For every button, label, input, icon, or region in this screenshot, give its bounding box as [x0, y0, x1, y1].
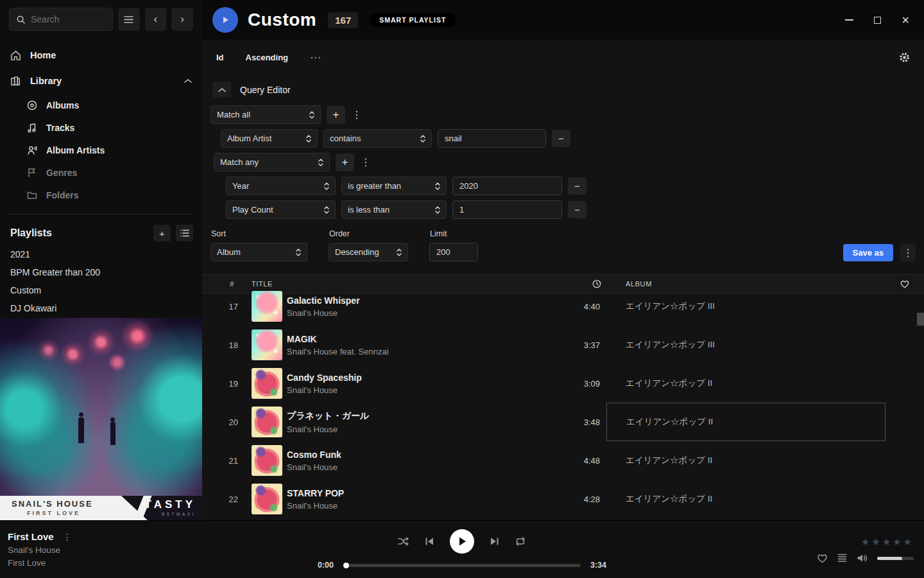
track-art-cell[interactable] — [242, 407, 279, 437]
track-art-cell[interactable] — [242, 329, 279, 360]
add-rule-button[interactable]: + — [327, 106, 345, 124]
close-button[interactable]: × — [901, 15, 910, 24]
track-album[interactable]: エイリアン☆ポップ III — [606, 287, 886, 326]
favorite-button[interactable] — [817, 554, 828, 563]
track-art-cell[interactable] — [242, 484, 279, 514]
table-scrollbar[interactable] — [917, 313, 924, 326]
table-row[interactable]: 19 Candy Spaceship Snail's House 3:09 エイ… — [202, 364, 924, 403]
rule-field-select[interactable]: Album Artist — [221, 129, 318, 148]
repeat-button[interactable] — [515, 537, 526, 546]
star-icon[interactable]: ★ — [882, 536, 893, 547]
rule-value-input[interactable] — [438, 129, 546, 148]
track-title-cell[interactable]: Candy Spaceship Snail's House — [279, 372, 558, 395]
star-icon[interactable]: ★ — [861, 536, 871, 547]
search-input[interactable]: Search — [9, 8, 113, 31]
track-artist[interactable]: Snail's House — [287, 308, 558, 318]
playlist-item-bpm[interactable]: BPM Greater than 200 — [0, 263, 202, 281]
seek-knob[interactable] — [343, 563, 349, 568]
query-more-button[interactable]: ⋮ — [900, 244, 916, 261]
shuffle-button[interactable] — [398, 537, 409, 546]
play-playlist-button[interactable] — [212, 7, 238, 33]
save-as-button[interactable]: Save as — [843, 244, 893, 261]
settings-button[interactable] — [899, 52, 910, 63]
group-menu-button[interactable]: ⋮ — [351, 106, 363, 124]
sidebar-item-albums[interactable]: Albums — [0, 94, 202, 116]
track-title-cell[interactable]: プラネット・ガール Snail's House — [279, 410, 558, 434]
sort-order-button[interactable]: Ascending — [246, 53, 288, 62]
track-art-cell[interactable] — [242, 291, 279, 322]
previous-button[interactable] — [425, 537, 434, 546]
seek-slider[interactable] — [343, 564, 581, 567]
now-playing-album[interactable]: First Love — [8, 558, 212, 568]
sidebar-item-folders[interactable]: Folders — [0, 184, 202, 206]
track-album[interactable]: エイリアン☆ポップ II — [606, 403, 886, 441]
now-playing-menu-button[interactable]: ⋮ — [63, 532, 72, 542]
star-icon[interactable]: ★ — [903, 536, 914, 547]
star-icon[interactable]: ★ — [871, 536, 882, 547]
sidebar-item-home[interactable]: Home — [0, 42, 202, 68]
add-playlist-button[interactable]: + — [153, 225, 171, 241]
query-sort-select[interactable]: Album — [210, 243, 307, 261]
playlist-item-custom[interactable]: Custom — [0, 281, 202, 299]
table-row[interactable]: 21 Cosmo Funk Snail's House 4:48 エイリアン☆ポ… — [202, 441, 924, 480]
next-button[interactable] — [490, 537, 499, 546]
group-menu-button[interactable]: ⋮ — [360, 153, 372, 171]
track-album[interactable]: エイリアン☆ポップ II — [606, 480, 886, 518]
nav-back-button[interactable]: ‹ — [145, 8, 167, 31]
sidebar-item-tracks[interactable]: Tracks — [0, 116, 202, 139]
table-row[interactable]: 18 MAGIK Snail's House feat. Sennzai 3:3… — [202, 326, 924, 364]
nav-forward-button[interactable]: › — [171, 8, 193, 31]
rule-operator-select[interactable]: is less than — [341, 200, 447, 219]
now-playing-artist[interactable]: Snail's House — [8, 545, 212, 555]
column-title[interactable]: TITLE — [242, 280, 558, 288]
volume-slider[interactable] — [877, 557, 914, 560]
track-title-cell[interactable]: Cosmo Funk Snail's House — [279, 450, 558, 472]
playlist-item-2021[interactable]: 2021 — [0, 245, 202, 263]
minimize-button[interactable] — [844, 15, 853, 24]
now-playing-title[interactable]: First Love — [8, 531, 54, 542]
track-artist[interactable]: Snail's House — [287, 385, 558, 395]
column-duration[interactable] — [592, 279, 606, 288]
query-collapse-button[interactable] — [212, 82, 231, 98]
track-album[interactable]: エイリアン☆ポップ II — [606, 364, 886, 403]
column-favorite[interactable] — [900, 280, 909, 288]
star-icon[interactable]: ★ — [893, 536, 903, 547]
track-artist[interactable]: Snail's House — [287, 462, 558, 472]
table-row[interactable]: 22 STARRY POP Snail's House 4:28 エイリアン☆ポ… — [202, 480, 924, 518]
playlist-item-dj-okawari[interactable]: DJ Okawari — [0, 299, 202, 317]
track-title-cell[interactable]: Galactic Whisper Snail's House — [279, 295, 558, 318]
limit-input[interactable] — [429, 243, 478, 261]
match-select[interactable]: Match any — [214, 153, 330, 171]
toolbar-more-button[interactable]: ⋯ — [310, 51, 321, 64]
column-number[interactable]: # — [230, 280, 242, 288]
remove-rule-button[interactable]: − — [568, 177, 586, 195]
rule-value-input[interactable] — [452, 200, 562, 219]
track-album[interactable]: エイリアン☆ポップ III — [606, 326, 886, 364]
sidebar-item-genres[interactable]: Genres — [0, 161, 202, 184]
track-art-cell[interactable] — [242, 368, 279, 399]
rule-field-select[interactable]: Play Count — [226, 200, 336, 219]
remove-rule-button[interactable]: − — [552, 130, 570, 147]
menu-button[interactable] — [118, 8, 140, 31]
track-title-cell[interactable]: MAGIK Snail's House feat. Sennzai — [279, 334, 558, 356]
query-order-select[interactable]: Descending — [329, 243, 408, 261]
track-artist[interactable]: Snail's House feat. Sennzai — [287, 347, 558, 356]
rule-operator-select[interactable]: is greater than — [341, 177, 447, 195]
track-title-cell[interactable]: STARRY POP Snail's House — [279, 488, 558, 511]
now-playing-cover[interactable]: TASTY BSTMAXI SNAIL'S HOUSE FIRST LOVE — [0, 318, 202, 520]
queue-button[interactable] — [837, 554, 847, 563]
sort-field-button[interactable]: Id — [216, 53, 224, 62]
track-artist[interactable]: Snail's House — [287, 501, 558, 511]
track-artist[interactable]: Snail's House — [287, 425, 558, 434]
chevron-up-icon[interactable] — [184, 78, 192, 83]
sidebar-item-library[interactable]: Library — [0, 68, 202, 94]
remove-rule-button[interactable]: − — [568, 201, 586, 218]
rating-stars[interactable]: ★★★★★ — [861, 536, 914, 548]
rule-value-input[interactable] — [452, 177, 562, 195]
sidebar-item-album-artists[interactable]: Album Artists — [0, 139, 202, 161]
play-pause-button[interactable] — [450, 529, 474, 554]
track-album[interactable]: エイリアン☆ポップ II — [606, 441, 886, 480]
add-rule-button[interactable]: + — [336, 153, 354, 171]
mute-button[interactable] — [857, 554, 868, 563]
match-select[interactable]: Match all — [210, 105, 321, 124]
